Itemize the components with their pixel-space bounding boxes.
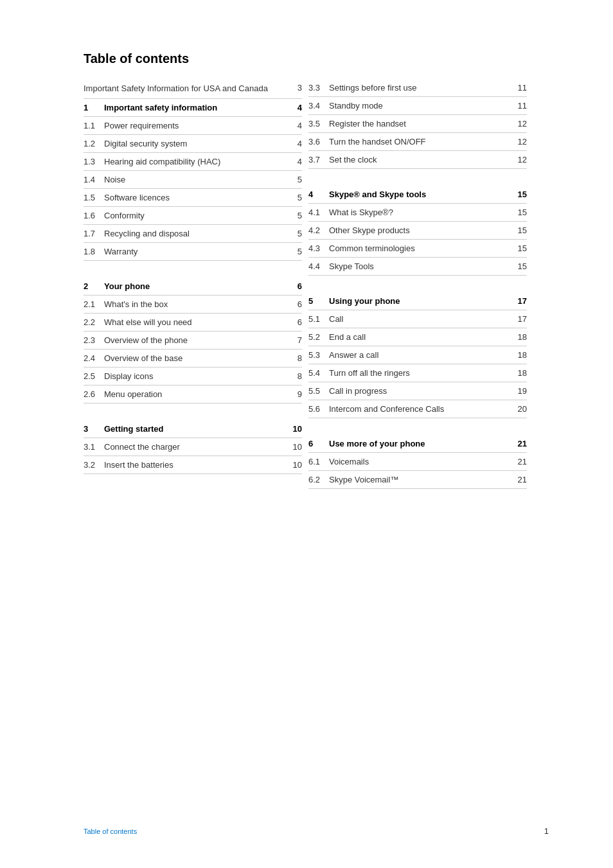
section-6: 6 Use more of your phone 21 6.1 Voicemai… [308, 435, 527, 489]
toc-item-5-6: 5.6 Intercom and Conference Calls 20 [308, 400, 527, 418]
section-4-header: 4 Skype® and Skype tools 15 [308, 186, 527, 204]
toc-item-3-4: 3.4 Standby mode 11 [308, 97, 527, 115]
toc-item-3-6: 3.6 Turn the handset ON/OFF 12 [308, 133, 527, 151]
section-5-header: 5 Using your phone 17 [308, 292, 527, 310]
toc-item-5-4: 5.4 Turn off all the ringers 18 [308, 364, 527, 382]
toc-item-4-4: 4.4 Skype Tools 15 [308, 258, 527, 276]
toc-item-1-1: 1.1 Power requirements 4 [84, 117, 302, 135]
section-3-header: 3 Getting started 10 [84, 420, 302, 438]
toc-item-4-3: 4.3 Common terminologies 15 [308, 240, 527, 258]
toc-item-2-1: 2.1 What's in the box 6 [84, 296, 302, 314]
toc-item-2-6: 2.6 Menu operation 9 [84, 385, 302, 403]
toc-item-1-7: 1.7 Recycling and disposal 5 [84, 225, 302, 243]
toc-item-3-1: 3.1 Connect the charger 10 [84, 438, 302, 456]
section-1-header: 1 Important safety information 4 [84, 99, 302, 117]
section-4: 4 Skype® and Skype tools 15 4.1 What is … [308, 186, 527, 276]
page: Table of contents Important Safety Infor… [0, 0, 613, 868]
toc-item-5-1: 5.1 Call 17 [308, 310, 527, 328]
intro-page: 3 [290, 83, 302, 93]
toc-item-5-2: 5.2 End a call 18 [308, 328, 527, 346]
section-5: 5 Using your phone 17 5.1 Call 17 5.2 En… [308, 292, 527, 418]
section-2: 2 Your phone 6 2.1 What's in the box 6 2… [84, 278, 302, 403]
footer: Table of contents 1 [84, 826, 549, 836]
toc-item-6-2: 6.2 Skype Voicemail™ 21 [308, 471, 527, 489]
toc-item-5-3: 5.3 Answer a call 18 [308, 346, 527, 364]
toc-item-4-1: 4.1 What is Skype®? 15 [308, 204, 527, 222]
toc-item-2-3: 2.3 Overview of the phone 7 [84, 332, 302, 350]
toc-item-2-5: 2.5 Display icons 8 [84, 368, 302, 385]
footer-left-label: Table of contents [84, 828, 137, 835]
toc-item-1-2: 1.2 Digital security system 4 [84, 135, 302, 153]
toc-item-5-5: 5.5 Call in progress 19 [308, 382, 527, 400]
section-6-header: 6 Use more of your phone 21 [308, 435, 527, 453]
toc-item-1-6: 1.6 Conformity 5 [84, 207, 302, 225]
toc-item-2-4: 2.4 Overview of the base 8 [84, 350, 302, 368]
intro-row: Important Safety Information for USA and… [84, 79, 302, 99]
toc-item-1-4: 1.4 Noise 5 [84, 171, 302, 189]
toc-item-1-3: 1.3 Hearing aid compatibility (HAC) 4 [84, 153, 302, 171]
section-1-label: Important safety information [104, 103, 290, 112]
toc-item-3-3: 3.3 Settings before first use 11 [308, 79, 527, 97]
toc-item-1-8: 1.8 Warranty 5 [84, 243, 302, 261]
section-1-page: 4 [290, 103, 302, 112]
intro-label: Important Safety Information for USA and… [84, 83, 290, 94]
toc-item-3-2: 3.2 Insert the batteries 10 [84, 456, 302, 474]
section-1-num: 1 [84, 103, 104, 112]
toc-item-2-2: 2.2 What else will you need 6 [84, 314, 302, 332]
section-2-header: 2 Your phone 6 [84, 278, 302, 296]
toc-right: 3.3 Settings before first use 11 3.4 Sta… [308, 79, 527, 495]
toc-item-6-1: 6.1 Voicemails 21 [308, 453, 527, 471]
toc-item-3-5: 3.5 Register the handset 12 [308, 115, 527, 133]
footer-page-number: 1 [544, 826, 549, 836]
page-title: Table of contents [84, 51, 549, 66]
toc-item-1-5: 1.5 Software licences 5 [84, 189, 302, 207]
section-1: 1 Important safety information 4 1.1 Pow… [84, 99, 302, 261]
toc-container: Important Safety Information for USA and… [84, 79, 549, 495]
section-3-cont: 3.3 Settings before first use 11 3.4 Sta… [308, 79, 527, 169]
toc-left: Important Safety Information for USA and… [84, 79, 302, 495]
toc-item-4-2: 4.2 Other Skype products 15 [308, 222, 527, 240]
section-3: 3 Getting started 10 3.1 Connect the cha… [84, 420, 302, 474]
toc-item-3-7: 3.7 Set the clock 12 [308, 151, 527, 169]
